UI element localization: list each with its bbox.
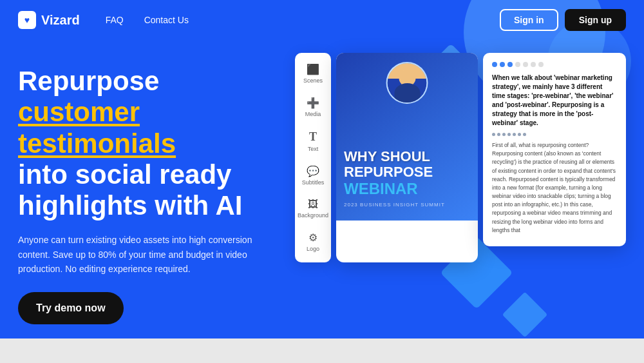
logo-icon: ♥ — [18, 11, 36, 29]
demo-button[interactable]: Try demo now — [18, 292, 124, 324]
video-repurpose-text: REPURPOSE — [344, 164, 470, 180]
toolbar-media-label: Media — [305, 111, 321, 117]
video-summit-text: 2023 BUSINESS INSIGHT SUMMIT — [344, 202, 470, 208]
hero-heading-highlight: customer testimonials — [18, 97, 282, 159]
video-card: WHY SHOUL REPURPOSE WEBINAR 2023 BUSINES… — [336, 53, 478, 262]
dot-4 — [515, 62, 520, 67]
sep-dot-7 — [523, 133, 526, 136]
video-webinar-text: WEBINAR — [344, 180, 470, 198]
main-content: Repurpose customer testimonials into soc… — [0, 40, 644, 324]
navbar: ♥ Vizard FAQ Contact Us Sign in Sign up — [0, 0, 644, 40]
signin-button[interactable]: Sign in — [500, 9, 558, 31]
article-separator — [492, 133, 617, 136]
subtitles-icon: 💬 — [307, 165, 319, 177]
dot-1 — [492, 62, 497, 67]
video-text-block: WHY SHOUL REPURPOSE WEBINAR 2023 BUSINES… — [344, 149, 470, 208]
hero-heading-line2: into social ready — [18, 159, 231, 190]
sep-dot-5 — [513, 133, 516, 136]
media-icon: ➕ — [307, 97, 319, 109]
toolbar-subtitles-label: Subtitles — [302, 179, 325, 186]
logo-text: Vizard — [41, 13, 80, 28]
sep-dot-2 — [497, 133, 500, 136]
article-body: First of all, what is repurposing conten… — [492, 141, 617, 235]
sep-dot-6 — [518, 133, 521, 136]
nav-contact[interactable]: Contact Us — [144, 15, 189, 25]
toolbar-logo-label: Logo — [307, 246, 319, 252]
dot-3 — [507, 62, 513, 67]
bg-bottom-bar — [0, 338, 644, 363]
dot-7 — [538, 62, 544, 67]
signup-button[interactable]: Sign up — [565, 9, 626, 31]
toolbar-background[interactable]: 🖼 Background — [299, 195, 327, 222]
logo-tool-icon: ⚙ — [308, 231, 317, 244]
text-icon: T — [309, 130, 317, 144]
article-panel: When we talk about 'webinar marketing st… — [483, 53, 626, 246]
logo[interactable]: ♥ Vizard — [18, 11, 80, 29]
toolbar-scenes[interactable]: ⬛ Scenes — [299, 59, 327, 88]
toolbar-text-label: Text — [308, 146, 319, 152]
avatar — [386, 62, 428, 104]
hero-heading: Repurpose customer testimonials into soc… — [18, 66, 282, 221]
sep-dot-3 — [502, 133, 506, 136]
dot-6 — [531, 62, 536, 67]
toolbar-scenes-label: Scenes — [303, 77, 323, 84]
toolbar-text[interactable]: T Text — [299, 126, 327, 156]
scenes-icon: ⬛ — [307, 63, 319, 75]
video-why-text: WHY SHOUL — [344, 149, 470, 164]
background-icon: 🖼 — [308, 199, 318, 210]
hero-heading-line3: highlights with AI — [18, 190, 242, 221]
hero-subtext: Anyone can turn existing video assets in… — [18, 233, 263, 276]
dot-5 — [523, 62, 528, 67]
video-thumbnail: WHY SHOUL REPURPOSE WEBINAR 2023 BUSINES… — [336, 53, 478, 221]
editor-mockup: ⬛ Scenes ➕ Media T Text 💬 Subtitles 🖼 Ba… — [295, 53, 626, 262]
toolbar-subtitles[interactable]: 💬 Subtitles — [299, 161, 327, 190]
article-intro: When we talk about 'webinar marketing st… — [492, 74, 617, 128]
side-toolbar: ⬛ Scenes ➕ Media T Text 💬 Subtitles 🖼 Ba… — [295, 53, 331, 262]
toolbar-media[interactable]: ➕ Media — [299, 93, 327, 121]
sep-dot-4 — [507, 133, 511, 136]
article-dots — [492, 62, 617, 67]
hero-heading-line1: Repurpose — [18, 66, 159, 96]
nav-links: FAQ Contact Us — [106, 15, 474, 25]
hero-text-section: Repurpose customer testimonials into soc… — [18, 59, 282, 324]
sep-dot-1 — [492, 133, 495, 136]
nav-actions: Sign in Sign up — [500, 9, 626, 31]
dot-2 — [500, 62, 505, 67]
nav-faq[interactable]: FAQ — [106, 15, 124, 25]
toolbar-background-label: Background — [298, 212, 328, 219]
toolbar-logo[interactable]: ⚙ Logo — [299, 228, 327, 256]
